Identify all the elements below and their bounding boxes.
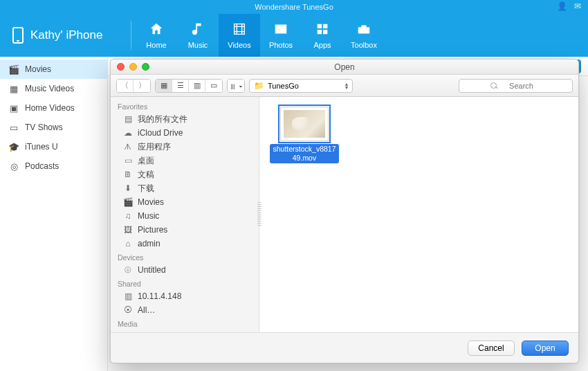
fav-music[interactable]: ♫Music xyxy=(111,209,259,223)
nav-label: Home xyxy=(146,41,166,49)
downloads-icon: ⬇ xyxy=(123,183,133,193)
fav-documents[interactable]: 🗎文稿 xyxy=(111,168,259,181)
file-browser-area[interactable]: shutterstock_v881749.mov xyxy=(261,97,578,332)
music-videos-icon: ▦ xyxy=(8,84,19,94)
nav-label: Music xyxy=(188,41,208,49)
sidebar-item-label: Home Videos xyxy=(25,103,75,113)
phone-icon xyxy=(12,27,24,44)
sidebar-item-label: iTunes U xyxy=(25,142,58,152)
fav-downloads[interactable]: ⬇下载 xyxy=(111,181,259,195)
icon-view-button[interactable]: ▦ xyxy=(156,80,172,92)
chevron-updown-icon: ▴▾ xyxy=(345,82,348,89)
dialog-toolbar: 〈 〉 ▦ ☰ ▥ ▭ ⫼ ▾ 📁 TunesGo ▴▾ xyxy=(111,75,578,97)
nav-photos[interactable]: Photos xyxy=(260,14,302,57)
device-name: Kathy' iPhone xyxy=(30,28,102,42)
back-button[interactable]: 〈 xyxy=(117,80,134,92)
nav-videos[interactable]: Videos xyxy=(219,14,260,57)
group-label: Devices xyxy=(111,251,259,263)
device-untitled[interactable]: ⦾Untitled xyxy=(111,263,259,277)
movies-icon: 🎬 xyxy=(123,197,133,207)
ds-label: iCloud Drive xyxy=(138,128,183,138)
folder-icon: 📁 xyxy=(254,81,264,91)
ds-label: Movies xyxy=(138,197,164,207)
main-toolbar: Kathy' iPhone Home Music Videos Photos A… xyxy=(0,14,588,57)
group-arrange-segment: ⫼ ▾ xyxy=(227,79,245,93)
window-minimize-button[interactable] xyxy=(129,63,137,71)
fav-pictures[interactable]: 🖼Pictures xyxy=(111,223,259,237)
arrange-button[interactable]: ⫼ ▾ xyxy=(228,80,244,92)
sidebar-item-label: Music Videos xyxy=(25,84,74,93)
nav-label: Photos xyxy=(269,41,293,49)
view-mode-segment: ▦ ☰ ▥ ▭ xyxy=(155,79,223,93)
nav-back-forward: 〈 〉 xyxy=(116,79,151,93)
all-files-icon: ▤ xyxy=(123,114,133,124)
coverflow-view-button[interactable]: ▭ xyxy=(205,80,222,92)
apps-icon xyxy=(315,21,330,39)
movies-icon: 🎬 xyxy=(8,64,19,75)
file-thumbnail xyxy=(280,107,329,141)
window-close-button[interactable] xyxy=(117,63,125,71)
sidebar-item-music-videos[interactable]: ▦ Music Videos xyxy=(0,79,107,98)
fav-desktop[interactable]: ▭桌面 xyxy=(111,154,259,168)
nav-music[interactable]: Music xyxy=(177,14,219,57)
open-button[interactable]: Open xyxy=(522,341,569,356)
ds-label: Pictures xyxy=(138,225,167,235)
window-zoom-button[interactable] xyxy=(142,63,149,71)
photo-icon xyxy=(273,21,288,39)
sidebar-item-movies[interactable]: 🎬 Movies xyxy=(0,60,107,79)
device-selector[interactable]: Kathy' iPhone xyxy=(12,27,127,44)
app-title: Wondershare TunesGo xyxy=(255,3,333,11)
sidebar-item-itunes-u[interactable]: 🎓 iTunes U xyxy=(0,137,107,156)
dialog-footer: Cancel Open xyxy=(111,332,578,363)
separator xyxy=(131,21,131,50)
fav-icloud[interactable]: ☁iCloud Drive xyxy=(111,126,259,140)
cancel-button[interactable]: Cancel xyxy=(468,341,515,356)
list-view-button[interactable]: ☰ xyxy=(172,80,189,92)
sidebar-item-home-videos[interactable]: ▣ Home Videos xyxy=(0,98,107,118)
forward-button[interactable]: 〉 xyxy=(134,80,150,92)
fav-all-my-files[interactable]: ▤我的所有文件 xyxy=(111,112,259,126)
app-titlebar: Wondershare TunesGo 👤 ✉ xyxy=(0,0,588,14)
shared-host[interactable]: ▥10.11.4.148 xyxy=(111,289,259,303)
fav-admin[interactable]: ⌂admin xyxy=(111,237,259,251)
itunesu-icon: 🎓 xyxy=(8,142,19,152)
ds-label: 10.11.4.148 xyxy=(138,291,181,301)
ds-label: 下载 xyxy=(138,183,154,194)
file-item[interactable]: shutterstock_v881749.mov xyxy=(270,107,339,163)
ds-label: Untitled xyxy=(138,265,166,275)
ds-label: 我的所有文件 xyxy=(138,114,187,125)
ds-label: 应用程序 xyxy=(138,141,171,153)
open-file-dialog: Open 〈 〉 ▦ ☰ ▥ ▭ ⫼ ▾ 📁 TunesGo ▴▾ Favori… xyxy=(110,59,579,363)
nav-toolbox[interactable]: Toolbox xyxy=(343,14,385,57)
fav-movies[interactable]: 🎬Movies xyxy=(111,195,259,209)
path-label: TunesGo xyxy=(268,82,299,90)
music-icon xyxy=(190,21,205,39)
nav-apps[interactable]: Apps xyxy=(302,14,343,57)
sidebar-item-label: Podcasts xyxy=(25,161,59,171)
sidebar-item-label: TV Shows xyxy=(25,123,63,132)
group-label: Favorites xyxy=(111,100,259,112)
podcasts-icon: ◎ xyxy=(8,161,19,172)
home-icon xyxy=(149,21,164,39)
server-icon: ▥ xyxy=(123,291,133,301)
path-dropdown[interactable]: 📁 TunesGo ▴▾ xyxy=(249,79,353,93)
category-sidebar: 🎬 Movies ▦ Music Videos ▣ Home Videos ▭ … xyxy=(0,57,108,371)
dialog-title: Open xyxy=(111,62,578,72)
dialog-search-input[interactable] xyxy=(459,79,573,93)
applications-icon: ⩚ xyxy=(123,142,133,152)
ds-label: 桌面 xyxy=(138,155,154,167)
fav-applications[interactable]: ⩚应用程序 xyxy=(111,140,259,154)
column-view-button[interactable]: ▥ xyxy=(189,80,205,92)
ds-label: admin xyxy=(138,239,160,248)
dialog-titlebar: Open xyxy=(111,60,578,75)
ds-label: Music xyxy=(138,211,159,221)
group-label: Shared xyxy=(111,277,259,289)
feedback-icon[interactable]: ✉ xyxy=(574,1,581,11)
shared-all[interactable]: ⦿All… xyxy=(111,303,259,317)
sidebar-item-tv-shows[interactable]: ▭ TV Shows xyxy=(0,118,107,137)
music-icon: ♫ xyxy=(123,211,133,221)
desktop-icon: ▭ xyxy=(123,156,133,165)
sidebar-item-podcasts[interactable]: ◎ Podcasts xyxy=(0,156,107,176)
account-icon[interactable]: 👤 xyxy=(557,1,567,11)
nav-home[interactable]: Home xyxy=(136,14,177,57)
